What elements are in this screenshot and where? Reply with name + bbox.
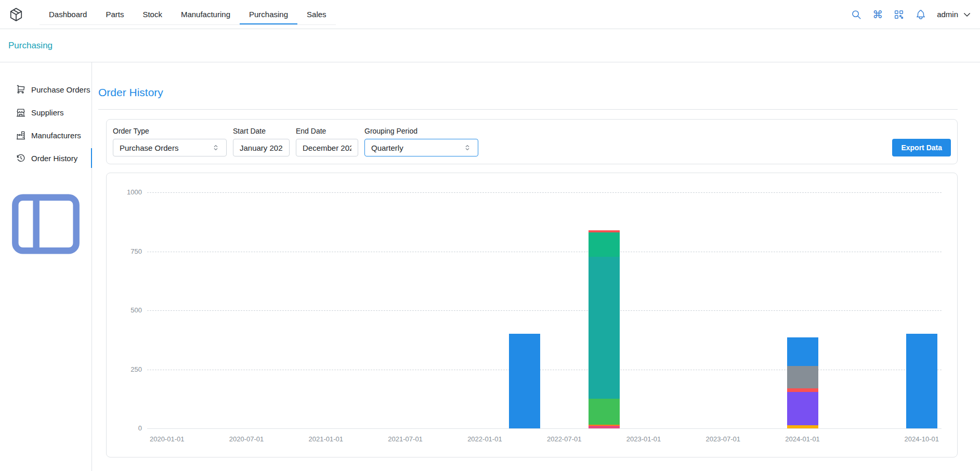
bar-segment[interactable] <box>589 232 620 257</box>
x-axis-tick-label: 2020-01-01 <box>150 435 185 443</box>
tab-parts[interactable]: Parts <box>96 4 133 24</box>
main-nav-tabs: Dashboard Parts Stock Manufacturing Purc… <box>40 4 336 25</box>
x-axis-tick-label: 2020-07-01 <box>229 435 264 443</box>
sidebar-item-label: Manufacturers <box>31 131 81 140</box>
order-history-chart: 025050075010002020-01-012020-07-012021-0… <box>107 173 957 457</box>
tab-purchasing[interactable]: Purchasing <box>240 4 297 24</box>
app-logo-icon[interactable] <box>8 7 24 22</box>
page-title: Order History <box>98 86 958 99</box>
bar-segment[interactable] <box>589 426 620 428</box>
username-label: admin <box>937 10 958 19</box>
grouping-period-label: Grouping Period <box>364 127 478 135</box>
shopping-cart-icon <box>16 84 26 95</box>
bar-segment[interactable] <box>589 257 620 398</box>
start-date-input[interactable] <box>233 139 290 156</box>
x-axis-line <box>147 428 942 429</box>
sidebar-item-suppliers[interactable]: Suppliers <box>0 101 92 124</box>
order-type-label: Order Type <box>113 127 227 135</box>
tab-manufacturing[interactable]: Manufacturing <box>172 4 240 24</box>
y-axis-tick-label: 750 <box>130 248 142 255</box>
tab-dashboard[interactable]: Dashboard <box>40 4 96 24</box>
grouping-period-field: Grouping Period Quarterly <box>364 127 478 156</box>
history-icon <box>16 153 26 163</box>
bar-segment[interactable] <box>589 399 620 425</box>
breadcrumb: Purchasing <box>0 29 980 62</box>
bar-segment[interactable] <box>589 230 620 233</box>
bar-segment[interactable] <box>589 425 620 426</box>
export-data-button[interactable]: Export Data <box>892 139 951 156</box>
chevron-down-icon <box>962 10 972 19</box>
sidebar-item-label: Purchase Orders <box>31 85 90 94</box>
start-date-label: Start Date <box>233 127 290 135</box>
x-axis-tick-label: 2022-01-01 <box>467 435 502 443</box>
order-type-select[interactable]: Purchase Orders <box>113 139 227 156</box>
filter-panel: Order Type Purchase Orders Start Date En… <box>106 119 958 164</box>
bar-segment[interactable] <box>787 337 818 366</box>
tab-stock[interactable]: Stock <box>133 4 172 24</box>
bar-segment[interactable] <box>787 388 818 392</box>
bar-segment[interactable] <box>509 334 540 428</box>
tab-sales[interactable]: Sales <box>297 4 336 24</box>
bar-segment[interactable] <box>906 334 937 428</box>
purchasing-sidebar: Purchase Orders Suppliers M <box>0 62 92 471</box>
gridline <box>147 310 942 311</box>
top-navbar: Dashboard Parts Stock Manufacturing Purc… <box>0 0 980 29</box>
user-menu[interactable]: admin <box>937 10 972 19</box>
y-axis-tick-label: 250 <box>130 366 142 373</box>
breadcrumb-purchasing[interactable]: Purchasing <box>8 41 53 51</box>
bar-segment[interactable] <box>787 366 818 388</box>
notifications-bell-icon[interactable] <box>915 9 926 20</box>
search-icon[interactable] <box>851 9 862 20</box>
navbar-actions: ⌘ admin <box>851 9 972 20</box>
grouping-period-select[interactable]: Quarterly <box>364 139 478 156</box>
x-axis-tick-label: 2024-01-01 <box>785 435 820 443</box>
qr-scan-icon[interactable] <box>893 9 905 20</box>
main-content: Order History Order Type Purchase Orders… <box>92 62 980 471</box>
sidebar-item-purchase-orders[interactable]: Purchase Orders <box>0 78 92 101</box>
building-store-icon <box>16 107 26 117</box>
bar-segment[interactable] <box>787 392 818 425</box>
gridline <box>147 252 942 252</box>
bar-segment[interactable] <box>787 425 818 428</box>
x-axis-tick-label: 2024-10-01 <box>905 435 939 443</box>
end-date-label: End Date <box>296 127 358 135</box>
x-axis-tick-label: 2022-07-01 <box>547 435 582 443</box>
sidebar-item-label: Suppliers <box>31 108 64 117</box>
y-axis-tick-label: 500 <box>130 307 142 314</box>
gridline <box>147 370 942 370</box>
order-type-value: Purchase Orders <box>120 143 178 152</box>
x-axis-tick-label: 2021-01-01 <box>309 435 344 443</box>
command-palette-icon[interactable]: ⌘ <box>872 9 883 20</box>
sidebar-item-order-history[interactable]: Order History <box>0 147 92 169</box>
gridline <box>147 192 942 193</box>
y-axis-tick-label: 0 <box>138 425 142 432</box>
y-axis-tick-label: 1000 <box>127 189 142 196</box>
building-factory-icon <box>16 130 26 140</box>
order-history-chart-panel: 025050075010002020-01-012020-07-012021-0… <box>106 173 958 457</box>
grouping-period-value: Quarterly <box>371 143 403 152</box>
end-date-input[interactable] <box>296 139 358 156</box>
sidebar-item-label: Order History <box>31 154 77 163</box>
start-date-field: Start Date <box>233 127 290 156</box>
sidebar-item-manufacturers[interactable]: Manufacturers <box>0 124 92 147</box>
page-layout: Purchase Orders Suppliers M <box>0 62 980 471</box>
selector-chevrons-icon <box>212 143 220 152</box>
selector-chevrons-icon <box>463 143 472 152</box>
collapse-sidebar-icon[interactable] <box>0 178 92 270</box>
end-date-field: End Date <box>296 127 358 156</box>
title-divider <box>98 109 958 110</box>
x-axis-tick-label: 2023-07-01 <box>706 435 741 443</box>
x-axis-tick-label: 2023-01-01 <box>626 435 661 443</box>
order-type-field: Order Type Purchase Orders <box>113 127 227 156</box>
x-axis-tick-label: 2021-07-01 <box>388 435 423 443</box>
